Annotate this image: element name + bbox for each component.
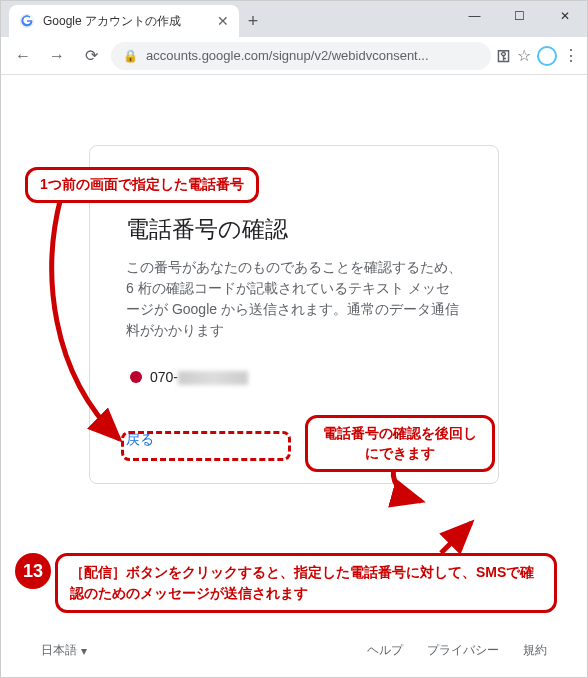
browser-toolbar: ← → ⟳ 🔒 accounts.google.com/signup/v2/we… xyxy=(1,37,587,75)
page-description: この番号があなたのものであることを確認するため、6 桁の確認コードが記載されてい… xyxy=(126,257,462,341)
phone-display: 070- xyxy=(130,369,462,385)
close-button[interactable]: ✕ xyxy=(542,1,587,31)
language-label: 日本語 xyxy=(41,642,77,659)
tab-title: Google アカウントの作成 xyxy=(43,13,209,30)
bookmark-star-icon[interactable]: ☆ xyxy=(517,46,531,65)
titlebar: Google アカウントの作成 ✕ + — ☐ ✕ xyxy=(1,1,587,37)
new-tab-button[interactable]: + xyxy=(239,5,267,37)
page-heading: 電話番号の確認 xyxy=(126,214,462,245)
key-icon[interactable]: ⚿ xyxy=(497,48,511,64)
terms-link[interactable]: 規約 xyxy=(523,642,547,659)
maximize-button[interactable]: ☐ xyxy=(497,1,542,31)
forward-button[interactable]: → xyxy=(43,42,71,70)
address-bar[interactable]: 🔒 accounts.google.com/signup/v2/webidvco… xyxy=(111,42,491,70)
minimize-button[interactable]: — xyxy=(452,1,497,31)
privacy-link[interactable]: プライバシー xyxy=(427,642,499,659)
page-footer: 日本語 ▾ ヘルプ プライバシー 規約 xyxy=(1,642,587,659)
phone-highlight-box xyxy=(121,431,291,461)
annotation-2: 電話番号の確認を後回しにできます xyxy=(305,415,495,472)
help-link[interactable]: ヘルプ xyxy=(367,642,403,659)
step-number-badge: 13 xyxy=(15,553,51,589)
window-controls: — ☐ ✕ xyxy=(452,1,587,37)
footer-links: ヘルプ プライバシー 規約 xyxy=(367,642,547,659)
google-favicon xyxy=(19,13,35,29)
language-selector[interactable]: 日本語 ▾ xyxy=(41,642,87,659)
reload-button[interactable]: ⟳ xyxy=(77,42,105,70)
extension-icon[interactable] xyxy=(537,46,557,66)
page-content: Google 電話番号の確認 この番号があなたのものであることを確認するため、6… xyxy=(1,75,587,677)
url-text: accounts.google.com/signup/v2/webidvcons… xyxy=(146,48,429,63)
lock-icon: 🔒 xyxy=(123,49,138,63)
annotation-1: 1つ前の画面で指定した電話番号 xyxy=(25,167,259,203)
menu-icon[interactable]: ⋮ xyxy=(563,46,579,65)
tab-close-icon[interactable]: ✕ xyxy=(217,13,229,29)
chevron-down-icon: ▾ xyxy=(81,644,87,658)
phone-blurred xyxy=(178,371,248,385)
japan-flag-icon xyxy=(130,371,142,383)
back-button[interactable]: ← xyxy=(9,42,37,70)
phone-number: 070- xyxy=(150,369,248,385)
browser-window: Google アカウントの作成 ✕ + — ☐ ✕ ← → ⟳ 🔒 accoun… xyxy=(0,0,588,678)
annotation-3: ［配信］ボタンをクリックすると、指定した電話番号に対して、SMSで確認のためのメ… xyxy=(55,553,557,613)
browser-tab[interactable]: Google アカウントの作成 ✕ xyxy=(9,5,239,37)
